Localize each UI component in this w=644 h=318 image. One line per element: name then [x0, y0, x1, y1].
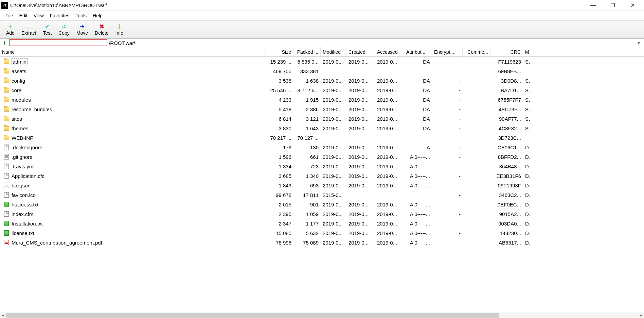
packed-cell: 8 712 6...	[293, 87, 321, 93]
minimize-button[interactable]: —	[586, 1, 600, 10]
toolbar-delete-button[interactable]: ✖Delete	[91, 22, 112, 36]
file-row[interactable]: config3 5381 6382019-0...2019-0...2019-0…	[0, 76, 644, 85]
toolbar-copy-button[interactable]: ➪Copy	[55, 22, 73, 36]
path-text[interactable]: \ROOT.war\	[108, 40, 634, 46]
menu-file[interactable]: File	[3, 12, 16, 19]
close-button[interactable]: ✕	[626, 1, 639, 10]
file-row[interactable]: .gitignore1 5966612019-0...2019-0...2019…	[0, 152, 644, 162]
name-cell[interactable]: favicon.ico	[0, 192, 265, 198]
column-header-created[interactable]: Created	[346, 47, 375, 56]
pathbar: ⬆ \ROOT.war\ ▾	[0, 39, 644, 47]
m-cell: S	[523, 87, 530, 93]
file-row[interactable]: themes3 8301 6432019-0...2019-0...2019-0…	[0, 123, 644, 133]
name-cell[interactable]: sites	[0, 116, 265, 122]
file-row[interactable]: WEB-INF70 217 ...70 127 ...3D723C...	[0, 133, 644, 143]
maximize-button[interactable]: ☐	[606, 1, 620, 10]
toolbar-info-button[interactable]: ℹInfo	[112, 22, 127, 36]
toolbar-move-button[interactable]: ➔Move	[73, 22, 91, 36]
file-row[interactable]: ♫box.json1 8436932019-0...2019-0...2019-…	[0, 181, 644, 190]
toolbar-add-button[interactable]: ＋Add	[3, 22, 18, 36]
column-header-name[interactable]: Name	[0, 47, 265, 56]
name-cell[interactable]: Installation.txt	[0, 220, 265, 227]
file-row[interactable]: Application.cfc3 6851 3402019-0...2019-0…	[0, 171, 644, 181]
menu-favorites[interactable]: Favorites	[47, 12, 72, 19]
column-header-packed[interactable]: Packed ...	[293, 47, 321, 56]
name-cell[interactable]: .gitignore	[0, 154, 265, 160]
name-cell[interactable]: Application.cfc	[0, 173, 265, 179]
horizontal-scrollbar[interactable]: ◄ ►	[0, 312, 644, 318]
file-row[interactable]: license.txt15 0855 6322019-0...2019-0...…	[0, 228, 644, 238]
crc-cell: 90AF77...	[490, 116, 523, 122]
m-cell: D	[523, 164, 530, 169]
m-cell: D	[523, 202, 530, 207]
file-name: license.txt	[12, 230, 34, 236]
name-cell[interactable]: resource_bundles	[0, 106, 265, 112]
menu-view[interactable]: View	[31, 12, 47, 19]
column-header-size[interactable]: Size	[265, 47, 293, 56]
crc-cell: 903DA0...	[490, 221, 523, 227]
file-row[interactable]: Installation.txt2 3471 1772019-0...2019-…	[0, 219, 644, 228]
file-row[interactable]: index.cfm2 3951 0592019-0...2019-0...201…	[0, 209, 644, 219]
name-cell[interactable]: modules	[0, 97, 265, 103]
column-header-comme[interactable]: Comme...	[463, 47, 490, 56]
crc-cell: CE06C1...	[490, 145, 523, 150]
name-cell[interactable]: .travis.yml	[0, 163, 265, 169]
crc-cell: 09F1998F	[490, 183, 523, 188]
accessed-cell: 2019-0...	[375, 211, 404, 217]
name-cell[interactable]: .dockerignore	[0, 144, 265, 150]
scroll-right-icon[interactable]: ►	[638, 313, 644, 317]
file-name: Application.cfc	[12, 173, 44, 179]
scroll-left-icon[interactable]: ◄	[0, 313, 6, 317]
menu-help[interactable]: Help	[90, 12, 105, 19]
column-header-attribut[interactable]: Attribut...	[404, 47, 432, 56]
menu-tools[interactable]: Tools	[73, 12, 89, 19]
file-row[interactable]: assets469 755333 38169B8EB...	[0, 66, 644, 76]
accessed-cell: 2019-0...	[375, 173, 404, 179]
packed-cell: 901	[293, 202, 321, 207]
name-cell[interactable]: index.cfm	[0, 211, 265, 217]
column-header-crc[interactable]: CRC	[490, 47, 523, 56]
toolbar-extract-button[interactable]: —Extract	[18, 22, 40, 36]
file-row[interactable]: modules4 2331 9152019-0...2019-0...2019-…	[0, 95, 644, 104]
scroll-thumb[interactable]	[6, 313, 499, 318]
column-header-m[interactable]: M	[523, 47, 530, 56]
name-cell[interactable]: htaccess.txt	[0, 201, 265, 207]
name-cell[interactable]: Mura_CMS_contribution_agreement.pdf	[0, 239, 265, 246]
path-dropdown-icon[interactable]: ▾	[634, 40, 643, 46]
file-name: core	[12, 87, 21, 93]
file-rows[interactable]: admin15 239 ...5 835 0...2019-0...2019-0…	[0, 57, 644, 312]
attr-cell: A 0-----...	[404, 230, 432, 236]
name-cell[interactable]: ♫box.json	[0, 182, 265, 188]
enc-cell: -	[432, 221, 463, 227]
file-row[interactable]: .travis.yml1 3347232019-0...2019-0...201…	[0, 162, 644, 171]
column-header-modified[interactable]: Modified	[321, 47, 346, 56]
json-icon: ♫	[3, 182, 10, 188]
modified-cell: 2019-0...	[321, 116, 346, 122]
attr-cell: A 0-----...	[404, 164, 432, 169]
column-header-encrypt[interactable]: Encrypt...	[432, 47, 463, 56]
file-row[interactable]: admin15 239 ...5 835 0...2019-0...2019-0…	[0, 57, 644, 66]
file-row[interactable]: Mura_CMS_contribution_agreement.pdf78 99…	[0, 238, 644, 247]
file-row[interactable]: .dockerignore1791302019-0...2019-0...201…	[0, 143, 644, 152]
name-cell[interactable]: admin	[0, 58, 265, 65]
name-cell[interactable]: config	[0, 78, 265, 84]
name-cell[interactable]: WEB-INF	[0, 135, 265, 141]
menu-edit[interactable]: Edit	[17, 12, 30, 19]
m-cell: D	[523, 154, 530, 160]
file-row[interactable]: htaccess.txt2 0159012019-0...2019-0...20…	[0, 200, 644, 209]
folder-icon	[3, 58, 10, 65]
name-cell[interactable]: license.txt	[0, 230, 265, 236]
file-row[interactable]: sites6 8143 1212019-0...2019-0...2019-0.…	[0, 114, 644, 123]
toolbar-test-button[interactable]: ✔Test	[40, 22, 55, 36]
file-row[interactable]: resource_bundles5 4182 3862019-0...2019-…	[0, 104, 644, 114]
column-header-accessed[interactable]: Accessed	[375, 47, 404, 56]
name-cell[interactable]: core	[0, 87, 265, 93]
name-cell[interactable]: assets	[0, 68, 265, 74]
text-file-icon	[3, 220, 10, 227]
scroll-track[interactable]	[6, 313, 638, 318]
file-row[interactable]: core25 546 ...8 712 6...2019-0...2019-0.…	[0, 85, 644, 95]
attr-cell: DA	[404, 125, 432, 131]
name-cell[interactable]: themes	[0, 125, 265, 131]
up-icon[interactable]: ⬆	[1, 40, 8, 46]
file-row[interactable]: favicon.ico99 67817 8112015-0...-3463C2.…	[0, 190, 644, 200]
